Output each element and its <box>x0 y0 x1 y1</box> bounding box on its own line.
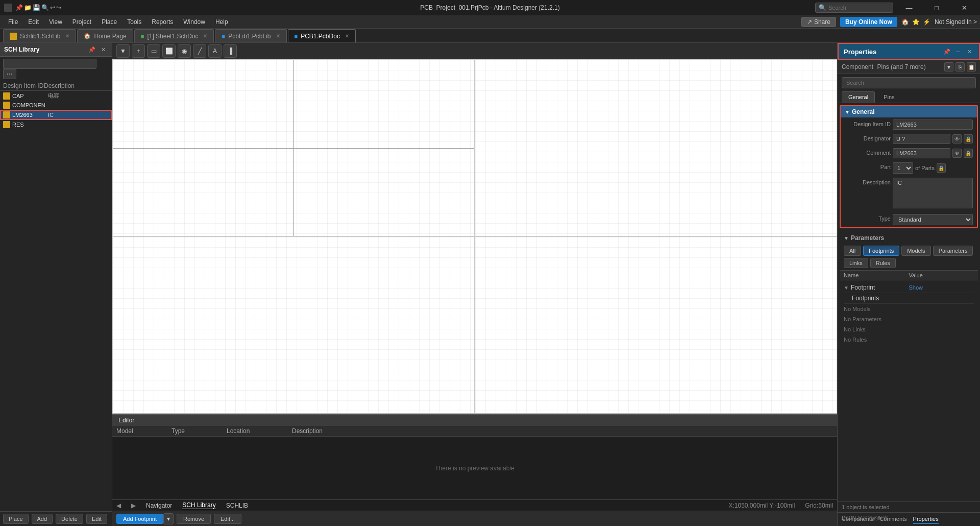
floppy-icon[interactable]: 💾 <box>33 4 40 11</box>
title-search-box[interactable]: 🔍 <box>815 3 893 13</box>
menu-view[interactable]: View <box>44 16 67 28</box>
components-tab[interactable]: Components <box>842 515 873 524</box>
minimize-button[interactable]: — <box>897 0 921 15</box>
search-icon[interactable]: 🔍 <box>41 4 49 11</box>
navigator-tab[interactable]: Navigator <box>146 502 172 509</box>
edit-footprint-button[interactable]: Edit... <box>214 514 241 524</box>
parameters-btn[interactable]: Parameters <box>933 246 973 256</box>
canvas-q1[interactable] <box>112 59 475 236</box>
star-icon[interactable]: ⭐ <box>912 18 920 26</box>
folder-icon[interactable]: 📁 <box>24 4 32 11</box>
properties-tab[interactable]: Properties <box>913 515 939 524</box>
comment-eye[interactable]: 👁 <box>952 149 962 158</box>
bar-tool[interactable]: ▐ <box>224 44 237 58</box>
line-tool[interactable]: ╱ <box>193 44 206 58</box>
footprints-btn[interactable]: Footprints <box>863 246 899 256</box>
menu-tools[interactable]: Tools <box>122 16 146 28</box>
title-search-input[interactable] <box>828 5 890 11</box>
menu-window[interactable]: Window <box>178 16 210 28</box>
lib-item-cap[interactable]: CAP 电容 <box>0 91 112 101</box>
part-number-select[interactable]: 1 <box>893 162 913 174</box>
general-header[interactable]: ▼ General <box>841 106 977 117</box>
properties-pin[interactable]: 📌 <box>942 47 951 56</box>
tab-close-schlib[interactable]: ✕ <box>65 33 69 39</box>
left-search-input[interactable] <box>3 59 96 69</box>
text-tool[interactable]: A <box>208 44 222 58</box>
designator-eye[interactable]: 👁 <box>952 134 962 144</box>
canvas-q3[interactable] <box>112 236 475 414</box>
tab-sheet1[interactable]: ■ [1] Sheet1.SchDoc ✕ <box>134 29 214 42</box>
lib-item-componen[interactable]: COMPONEN <box>0 101 112 110</box>
remove-button[interactable]: Remove <box>177 514 211 524</box>
menu-help[interactable]: Help <box>210 16 233 28</box>
tab-close-pcb1[interactable]: ✕ <box>345 33 349 39</box>
undo-icon[interactable]: ↩ <box>50 4 55 11</box>
tab-close-pcblib[interactable]: ✕ <box>276 33 280 39</box>
comment-lock[interactable]: 🔒 <box>964 149 973 158</box>
menu-place[interactable]: Place <box>96 16 122 28</box>
buy-button[interactable]: Buy Online Now <box>840 17 897 27</box>
menu-reports[interactable]: Reports <box>146 16 178 28</box>
lib-item-res[interactable]: RES <box>0 120 112 129</box>
type-select[interactable]: Standard <box>893 214 973 225</box>
delete-button[interactable]: Delete <box>56 514 83 524</box>
designator-lock[interactable]: 🔒 <box>964 134 973 144</box>
pin-icon[interactable]: 📌 <box>15 4 23 11</box>
place-button[interactable]: Place <box>3 514 29 524</box>
left-panel-pin[interactable]: 📌 <box>87 45 96 54</box>
canvas-q2[interactable] <box>475 59 837 236</box>
right-search-input[interactable] <box>842 77 976 88</box>
share-button[interactable]: ↗ Share <box>801 17 836 27</box>
not-signed-in[interactable]: Not Signed In > <box>935 18 977 26</box>
design-item-id-input[interactable] <box>893 119 973 130</box>
comments-tab[interactable]: Comments <box>879 515 906 524</box>
footprint-arrow[interactable]: ▼ <box>844 285 849 291</box>
left-search-more[interactable]: ⋯ <box>3 69 16 79</box>
all-btn[interactable]: All <box>844 246 861 256</box>
filter-icon[interactable]: ▼ <box>944 62 953 71</box>
tab-general[interactable]: General <box>842 91 875 103</box>
home-icon[interactable]: 🏠 <box>901 18 909 26</box>
tab-pcblib[interactable]: ■ PcbLib1.PcbLib ✕ <box>215 29 286 42</box>
paste-icon[interactable]: 📋 <box>967 62 976 71</box>
nav-left[interactable]: ◀ <box>116 502 121 509</box>
add-footprint-button[interactable]: Add Footprint <box>116 514 163 524</box>
properties-close[interactable]: ✕ <box>965 47 974 56</box>
bolt-icon[interactable]: ⚡ <box>923 18 930 26</box>
models-btn[interactable]: Models <box>901 246 930 256</box>
comment-input[interactable] <box>893 148 950 158</box>
menu-file[interactable]: File <box>3 16 23 28</box>
tab-schlib[interactable]: Schlib1.SchLib ✕ <box>3 29 76 42</box>
tab-pcb1[interactable]: ■ PCB1.PcbDoc ✕ <box>288 29 356 42</box>
maximize-button[interactable]: □ <box>925 0 948 15</box>
tab-close-sheet[interactable]: ✕ <box>203 33 207 39</box>
add-tool[interactable]: + <box>132 44 145 58</box>
rect2-tool[interactable]: ⬜ <box>162 44 176 58</box>
tab-pins[interactable]: Pins <box>877 91 901 103</box>
menu-edit[interactable]: Edit <box>23 16 44 28</box>
filter-tool[interactable]: ▼ <box>116 44 130 58</box>
canvas-q4[interactable] <box>475 236 837 414</box>
schlib-tab[interactable]: SCHLIB <box>226 502 248 509</box>
description-textarea[interactable]: IC <box>893 178 973 208</box>
properties-minimize[interactable]: ─ <box>953 47 963 56</box>
part-lock[interactable]: 🔒 <box>937 163 946 173</box>
rules-btn[interactable]: Rules <box>870 258 896 268</box>
links-btn[interactable]: Links <box>844 258 868 268</box>
add-button[interactable]: Add <box>32 514 53 524</box>
redo-icon[interactable]: ↪ <box>56 4 61 11</box>
right-search-box[interactable] <box>838 74 980 91</box>
designator-input[interactable] <box>893 134 950 144</box>
sch-library-tab[interactable]: SCH Library <box>182 501 215 509</box>
lib-item-lm2663[interactable]: LM2663 IC <box>0 110 112 120</box>
left-panel-close[interactable]: ✕ <box>99 45 108 54</box>
fill-tool[interactable]: ◉ <box>178 44 191 58</box>
menu-project[interactable]: Project <box>67 16 96 28</box>
edit-button[interactable]: Edit <box>86 514 107 524</box>
nav-right[interactable]: ▶ <box>131 502 136 509</box>
footprint-show[interactable]: Show <box>909 284 974 291</box>
rect-tool[interactable]: ▭ <box>147 44 160 58</box>
left-search-box[interactable]: ⋯ <box>0 57 112 81</box>
copy-icon[interactable]: ⎘ <box>955 62 965 71</box>
add-footprint-dropdown[interactable]: ▾ <box>163 513 174 524</box>
